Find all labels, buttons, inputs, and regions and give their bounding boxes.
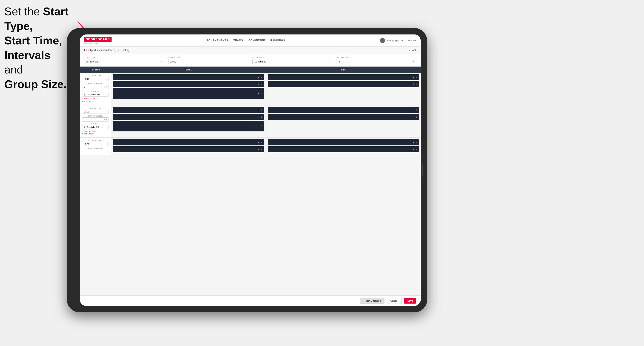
starting-time-input-3[interactable]: 10:20 ⊙ <box>82 142 109 146</box>
starting-hole-input-1[interactable]: 1 ▲▼ <box>82 85 109 89</box>
slot-x-btn[interactable]: ✕ <box>412 148 414 151</box>
course-settings-1[interactable]: ⊙ <box>106 94 107 96</box>
nav-tab-committee[interactable]: COMMITTEE <box>248 38 265 43</box>
slot-info-btn[interactable]: ⊙ <box>416 116 417 118</box>
slot-info-btn[interactable]: ⊙ <box>416 109 417 111</box>
slot-info-btn[interactable]: ⊙ <box>260 109 262 111</box>
add-group-link-1[interactable]: + Add Group <box>82 100 109 102</box>
nav-tab-tournaments[interactable]: TOURNAMENTS <box>207 38 228 43</box>
slot-x-btn[interactable]: ✕ <box>412 83 414 86</box>
slot-x-btn[interactable]: ✕ <box>412 141 414 144</box>
time-icon-2: ⊙ <box>106 111 107 113</box>
player-slot[interactable]: ✕ ⊙ <box>268 81 419 87</box>
slot-info-btn[interactable]: ⊙ <box>416 148 417 151</box>
save-button[interactable]: Save <box>404 298 416 304</box>
sign-out-link[interactable]: Sign out <box>408 39 416 42</box>
starting-hole-label-2: STARTING HOLE: <box>82 115 109 117</box>
slot-info-btn[interactable]: ⊙ <box>260 141 262 144</box>
intervals-chevron-icon: ⊙ <box>328 61 330 63</box>
slot-x-btn[interactable]: ✕ <box>258 125 259 127</box>
slot-info-btn[interactable]: ⊙ <box>260 76 262 79</box>
footer-bar: Reset Changes Cancel Save <box>80 295 421 306</box>
breadcrumb-separator: › <box>118 49 119 52</box>
group-size-select[interactable]: 3 ▼ <box>336 59 416 64</box>
player-slot[interactable]: ✕ ⊙ <box>268 139 419 146</box>
starting-hole-input-2[interactable]: 1 ▲▼ <box>82 117 109 122</box>
remove-group-link-1[interactable]: ○ Remove Group <box>82 98 109 100</box>
player-slot[interactable]: ✕ ⊙ <box>113 81 264 87</box>
player-slot[interactable]: ✕ ⊙ <box>113 107 264 113</box>
slot-info-btn[interactable]: ⊙ <box>260 92 262 95</box>
start-time-value: 10:00 <box>170 60 176 63</box>
remove-circle-icon-1: ○ <box>82 98 83 100</box>
cancel-button[interactable]: Cancel <box>386 298 402 304</box>
start-type-field: Start Type 1st Tee Start ▼ <box>84 56 164 64</box>
slot-info-btn[interactable]: ⊙ <box>416 83 417 86</box>
slot-x-btn[interactable]: ✕ <box>412 116 414 118</box>
breadcrumb-tournament[interactable]: Clippd Invitational (Men) <box>88 49 116 52</box>
tee-time-panel-3: STARTING TIME: 10:20 ⊙ STARTING HOLE: <box>80 138 111 155</box>
nav-tab-rankings[interactable]: RANKINGS <box>270 38 285 43</box>
table-header-tee-time: Tee Time <box>80 67 111 73</box>
course-label-2: COURSE: <box>82 123 109 125</box>
player-slot[interactable]: ✕ ⊙ <box>268 146 419 152</box>
slot-x-btn[interactable]: ✕ <box>258 141 259 144</box>
course-tag-1: 🏌 (A) Peachtree GC ✕ ⊙ <box>82 93 109 97</box>
start-time-field: Start Time 10:00 ⊙ <box>168 56 248 64</box>
remove-group-link-2[interactable]: ○ Remove Group <box>82 130 109 132</box>
course-icon-1: 🏌 <box>84 94 86 96</box>
slot-x-btn[interactable]: ✕ <box>258 83 259 86</box>
add-group-link-2[interactable]: + Add Group <box>82 133 109 135</box>
slot-x-btn[interactable]: ✕ <box>258 148 259 151</box>
breadcrumb-section: Hosting <box>120 49 130 52</box>
player-slot-extra[interactable]: ✕ ⊙ <box>113 121 264 131</box>
slot-info-btn[interactable]: ⊙ <box>260 116 262 118</box>
course-settings-2[interactable]: ⊙ <box>102 126 104 128</box>
player-slot[interactable]: ✕ ⊙ <box>113 146 264 152</box>
slot-x-btn[interactable]: ✕ <box>412 109 414 111</box>
hole-chevron-icon-2: ▲▼ <box>104 119 107 120</box>
slot-info-btn[interactable]: ⊙ <box>416 76 417 79</box>
player-slot[interactable]: ✕ ⊙ <box>113 114 264 120</box>
intervals-value: 10 Minutes <box>254 60 266 63</box>
slot-x-btn[interactable]: ✕ <box>258 109 259 111</box>
slot-info-btn[interactable]: ⊙ <box>416 141 417 144</box>
table-header-team2: Team 2 <box>266 67 421 73</box>
team1-panel-1: ✕ ⊙ ✕ ⊙ ✕ ⊙ <box>111 73 266 105</box>
player-slot-extra[interactable]: ✕ ⊙ <box>113 88 264 99</box>
start-time-select[interactable]: 10:00 ⊙ <box>168 59 248 64</box>
nav-tab-teams[interactable]: TEAMS <box>234 38 243 43</box>
starting-time-input-1[interactable]: 10:00 ⊙ <box>82 77 109 81</box>
tablet-frame: SCOREBOARD Powered by clippd TOURNAMENTS… <box>67 28 427 312</box>
instruction-block: Set the Start Type,Start Time,Intervals … <box>4 4 69 92</box>
slot-x-btn[interactable]: ✕ <box>412 76 414 79</box>
course-remove-1[interactable]: ✕ <box>103 94 105 96</box>
user-area: blair@clippd.io | Sign out <box>380 38 416 43</box>
start-type-select[interactable]: 1st Tee Start ▼ <box>84 59 164 64</box>
slot-x-btn[interactable]: ✕ <box>258 92 259 95</box>
slot-x-btn[interactable]: ✕ <box>258 76 259 79</box>
breadcrumb-back[interactable]: ‹ Back <box>409 49 416 52</box>
table-row: STARTING TIME: 10:00 ⊙ STARTING HOLE: 1 … <box>80 73 421 105</box>
intervals-select[interactable]: 10 Minutes ⊙ <box>252 59 332 64</box>
player-slot[interactable]: ✕ ⊙ <box>113 139 264 146</box>
logo-text: SCOREBOARD <box>84 37 112 42</box>
slot-actions: ✕ ⊙ <box>258 141 262 144</box>
player-slot[interactable]: ✕ ⊙ <box>268 107 419 113</box>
slot-x-btn[interactable]: ✕ <box>258 116 259 118</box>
table-row: STARTING TIME: 10:10 ⊙ STARTING HOLE: 1 … <box>80 105 421 138</box>
user-email: blair@clippd.io <box>387 39 402 42</box>
player-slot[interactable]: ✕ ⊙ <box>113 74 264 80</box>
course-remove-2[interactable]: ✕ <box>100 126 101 128</box>
starting-time-input-2[interactable]: 10:10 ⊙ <box>82 110 109 114</box>
slot-actions: ✕ ⊙ <box>412 148 417 151</box>
reset-changes-button[interactable]: Reset Changes <box>360 298 384 304</box>
tablet-power-button <box>422 164 423 177</box>
slot-info-btn[interactable]: ⊙ <box>260 148 262 151</box>
clippd-logo-icon: C <box>84 48 87 52</box>
player-slot[interactable]: ✕ ⊙ <box>268 114 419 120</box>
player-slot[interactable]: ✕ ⊙ <box>268 74 419 80</box>
top-nav: SCOREBOARD Powered by clippd TOURNAMENTS… <box>80 34 421 46</box>
slot-info-btn[interactable]: ⊙ <box>260 125 262 127</box>
slot-info-btn[interactable]: ⊙ <box>260 83 262 86</box>
